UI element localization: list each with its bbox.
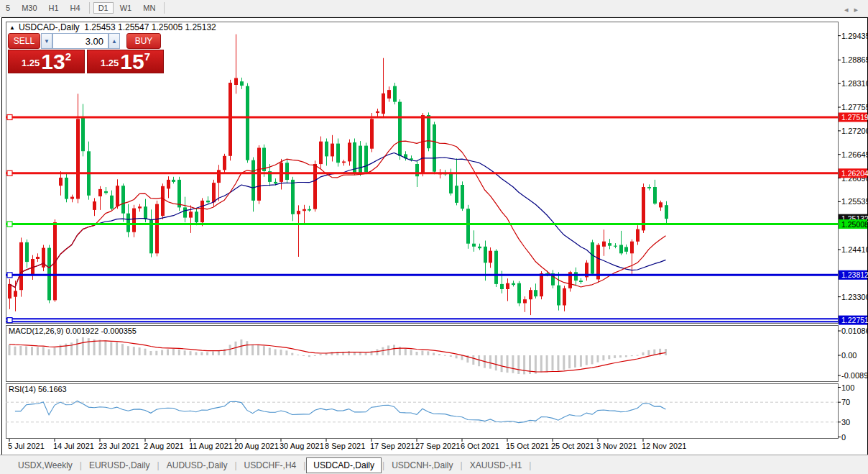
volume-increase-button[interactable]: ▲ (108, 33, 120, 49)
rsi-value: 56.1663 (38, 385, 67, 393)
hline-handle[interactable] (7, 273, 12, 278)
candle-bearish (206, 201, 210, 202)
volume-decrease-button[interactable]: ▼ (41, 33, 52, 49)
macd-histogram-bar (178, 350, 180, 355)
candle-bearish (65, 178, 68, 199)
buy-button[interactable]: BUY (126, 33, 161, 49)
date-axis-label: 5 Jul 2021 (8, 442, 45, 450)
macd-histogram-bar (291, 353, 293, 355)
tab-separator: | (80, 460, 82, 470)
macd-histogram-bar (65, 344, 67, 355)
timeframe-m30[interactable]: M30 (17, 2, 42, 14)
volume-input[interactable]: 3.00 (52, 33, 108, 49)
macd-histogram-bar (161, 350, 163, 355)
sell-button[interactable]: SELL (8, 33, 40, 49)
macd-histogram-bar (637, 355, 639, 356)
tab-separator: | (157, 460, 160, 470)
candle-bullish (630, 242, 634, 254)
macd-histogram-bar (127, 346, 129, 355)
candle-bullish (161, 186, 165, 216)
candle-bearish (325, 142, 328, 157)
candle-bullish (223, 156, 226, 170)
chart-tab-usdx[interactable]: USDX,Weekly (11, 457, 79, 473)
candle-bearish (472, 244, 476, 247)
macd-histogram-bar (410, 350, 412, 355)
sell-price-sup: 2 (65, 50, 71, 63)
hline-handle[interactable] (7, 170, 12, 176)
macd-histogram-bar (416, 352, 418, 355)
date-axis-label: 3 Nov 2021 (596, 442, 637, 450)
chart-tab-xauusd-[interactable]: XAUUSD-,H1 (463, 457, 529, 473)
date-axis-label: 23 Jul 2021 (98, 442, 139, 450)
chart-tab-usdchf-[interactable]: USDCHF-,H4 (238, 457, 303, 473)
candle-bearish (579, 281, 583, 282)
macd-histogram-bar (297, 355, 299, 355)
candle-bullish (297, 211, 300, 214)
candle-bearish (478, 247, 481, 248)
candle-bearish (81, 117, 85, 151)
sell-price-panel[interactable]: 1.25 13 2 (8, 50, 85, 73)
macd-histogram-bar (512, 355, 514, 373)
candle-bearish (398, 102, 402, 156)
date-axis-label: 27 Sep 2021 (415, 442, 460, 450)
macd-histogram-bar (438, 354, 440, 355)
price-chart[interactable]: 0.0108690.00-0.008974100703001.294351.28… (0, 17, 868, 454)
macd-histogram-bar (110, 342, 112, 355)
candle-bullish (602, 242, 606, 247)
timeframe-d1[interactable]: D1 (93, 2, 114, 14)
candle-bearish (144, 206, 147, 219)
hline-handle[interactable] (7, 115, 12, 120)
hline-badge-label: 1.22751 (841, 316, 868, 324)
candle-bullish (348, 142, 351, 161)
tab-separator: | (382, 460, 384, 470)
hline-handle[interactable] (7, 222, 12, 227)
candle-bearish (336, 144, 340, 163)
chart-tab-audusd-[interactable]: AUDUSD-,Daily (160, 457, 234, 473)
price-axis-label: 1.27200 (841, 127, 868, 135)
candle-bullish (76, 119, 80, 199)
sell-price-prefix: 1.25 (22, 58, 40, 68)
date-axis-label: 30 Aug 2021 (280, 442, 324, 450)
chart-tab-usdcnh-[interactable]: USDCNH-,Daily (385, 457, 459, 473)
candle-bullish (36, 257, 40, 259)
timeframe-h1[interactable]: H1 (44, 2, 64, 14)
candle-bullish (563, 288, 566, 306)
candle-bearish (608, 243, 611, 246)
timeframe-w1[interactable]: W1 (115, 2, 137, 14)
candle-bullish (217, 170, 221, 183)
macd-histogram-bar (99, 340, 101, 356)
macd-histogram-bar (82, 337, 84, 355)
macd-histogram-bar (308, 355, 310, 357)
candle-bearish (461, 185, 464, 209)
chart-tab-eurusd-[interactable]: EURUSD-,Daily (83, 457, 157, 473)
buy-price-panel[interactable]: 1.25 15 7 (87, 50, 164, 73)
candle-bullish (70, 197, 74, 199)
hline-handle[interactable] (7, 318, 12, 323)
timeframe-5[interactable]: 5 (1, 2, 15, 14)
macd-histogram-bar (625, 355, 627, 357)
timeframe-toolbar: 5M30H1H4D1W1MN (0, 0, 868, 17)
timeframe-mn[interactable]: MN (138, 2, 160, 14)
macd-histogram-bar (642, 352, 645, 355)
macd-histogram-bar (246, 341, 248, 355)
macd-histogram-bar (591, 355, 594, 364)
hline-badge-label: 1.25008 (841, 220, 868, 229)
macd-histogram-bar (456, 355, 458, 358)
macd-axis-label: 0.00 (841, 351, 857, 360)
candle-bullish (523, 299, 527, 303)
macd-histogram-bar (450, 355, 452, 357)
timeframe-h4[interactable]: H4 (65, 2, 86, 14)
chart-symbol-header: ▲USDCAD-,Daily 1.25453 1.25547 1.25005 1… (9, 22, 216, 32)
macd-histogram-bar (421, 351, 423, 356)
tab-scroll-arrows[interactable]: ◂▸ (844, 5, 864, 14)
candle-bearish (308, 209, 311, 211)
macd-histogram-bar (348, 351, 350, 355)
candle-bearish (665, 205, 668, 219)
chart-tab-usdcad-[interactable]: USDCAD-,Daily (306, 457, 382, 473)
candle-bullish (234, 78, 238, 86)
macd-value-signal: -0.000355 (101, 327, 137, 335)
macd-histogram-bar (517, 355, 520, 374)
macd-histogram-bar (433, 353, 435, 356)
macd-histogram-bar (42, 347, 45, 355)
collapse-panel-icon[interactable]: ▲ (9, 24, 15, 31)
